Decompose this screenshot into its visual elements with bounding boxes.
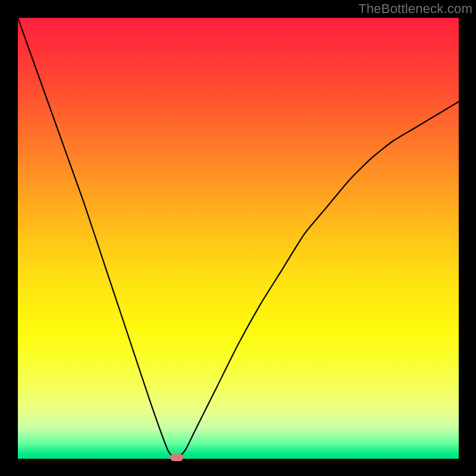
- minimum-marker: [170, 454, 183, 461]
- watermark-text: TheBottleneck.com: [358, 1, 472, 17]
- curve-svg: [18, 18, 459, 459]
- bottleneck-curve-path: [18, 18, 459, 459]
- chart-plot-area: [18, 18, 459, 459]
